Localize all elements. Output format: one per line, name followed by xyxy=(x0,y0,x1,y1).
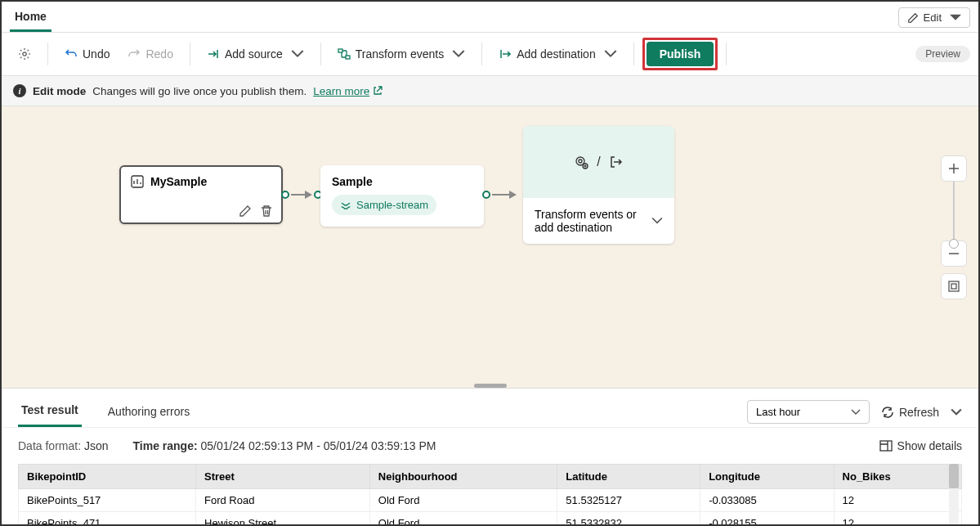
bottom-panel-tabs: Test result Authoring errors Last hour R… xyxy=(2,389,978,428)
table-header-cell[interactable]: BikepointID xyxy=(19,465,196,489)
stream-chip-label: Sample-stream xyxy=(356,199,428,211)
tab-test-result[interactable]: Test result xyxy=(18,397,82,427)
results-table: BikepointIDStreetNeighbourhoodLatitudeLo… xyxy=(18,464,962,526)
show-details-button[interactable]: Show details xyxy=(879,439,962,452)
canvas[interactable]: MySample Sample Sample-stream / Transfor… xyxy=(2,106,978,388)
zoom-controls xyxy=(941,155,967,299)
arrow-head-icon xyxy=(305,191,312,199)
resize-handle[interactable] xyxy=(474,384,507,388)
pencil-icon[interactable] xyxy=(239,205,252,218)
source-node[interactable]: MySample xyxy=(119,165,283,224)
destination-node[interactable]: / Transform events or add destination xyxy=(523,126,674,244)
svg-rect-9 xyxy=(880,441,892,451)
add-source-label: Add source xyxy=(225,47,283,61)
svg-point-5 xyxy=(579,160,582,163)
tab-home[interactable]: Home xyxy=(10,3,51,32)
table-cell: BikePoints_471 xyxy=(19,512,196,527)
add-source-icon xyxy=(207,47,220,61)
edit-mode-label: Edit mode xyxy=(33,85,86,97)
time-range-value: 05/01/24 02:59:13 PM - 05/01/24 03:59:13… xyxy=(201,439,436,452)
svg-rect-7 xyxy=(949,281,959,291)
settings-button[interactable] xyxy=(10,43,39,65)
chevron-down-icon xyxy=(291,47,304,61)
add-source-button[interactable]: Add source xyxy=(199,43,312,65)
export-icon xyxy=(609,155,624,169)
chevron-down-icon xyxy=(851,409,861,416)
external-link-icon xyxy=(373,86,383,96)
refresh-button[interactable]: Refresh xyxy=(881,406,939,419)
time-range-select-label: Last hour xyxy=(756,406,800,418)
edit-button[interactable]: Edit xyxy=(898,7,970,28)
show-details-label: Show details xyxy=(897,439,962,452)
learn-more-link[interactable]: Learn more xyxy=(313,85,383,97)
chevron-down-icon xyxy=(604,47,617,61)
separator xyxy=(190,43,190,65)
connector xyxy=(291,194,306,196)
table-cell: -0.028155 xyxy=(700,512,834,527)
table-row[interactable]: BikePoints_517Ford RoadOld Ford51.532512… xyxy=(19,489,962,512)
table-cell: BikePoints_517 xyxy=(19,489,196,512)
chevron-down-icon[interactable] xyxy=(651,215,663,227)
stream-node[interactable]: Sample Sample-stream xyxy=(320,165,484,227)
toolbar: Undo Redo Add source Transform events Ad… xyxy=(2,33,978,76)
table-header-row: BikepointIDStreetNeighbourhoodLatitudeLo… xyxy=(19,465,962,489)
time-range-label: Time range: xyxy=(133,439,198,452)
table-header-cell[interactable]: Neighbourhood xyxy=(369,465,557,489)
preview-pill: Preview xyxy=(915,46,970,62)
zoom-in-button[interactable] xyxy=(941,155,967,182)
redo-icon xyxy=(128,47,141,61)
table-row[interactable]: BikePoints_471Hewison StreetOld Ford51.5… xyxy=(19,512,962,527)
data-format-value: Json xyxy=(84,439,109,452)
edit-button-label: Edit xyxy=(924,11,942,24)
learn-more-label: Learn more xyxy=(313,85,369,97)
tab-authoring-errors[interactable]: Authoring errors xyxy=(105,398,193,426)
table-header-cell[interactable]: Latitude xyxy=(557,465,700,489)
transform-icon xyxy=(338,47,351,61)
table-cell: Ford Road xyxy=(196,489,370,512)
details-icon xyxy=(879,440,893,452)
table-cell: 51.5325127 xyxy=(557,489,700,512)
undo-label: Undo xyxy=(83,47,110,61)
fit-screen-button[interactable] xyxy=(941,273,967,299)
plus-icon xyxy=(948,163,960,174)
data-format-label: Data format: xyxy=(18,439,81,452)
add-destination-button[interactable]: Add destination xyxy=(490,43,625,65)
table-wrap: BikepointIDStreetNeighbourhoodLatitudeLo… xyxy=(2,464,978,526)
info-bar: i Edit mode Changes will go live once yo… xyxy=(2,76,978,106)
undo-button[interactable]: Undo xyxy=(56,43,118,65)
separator xyxy=(47,43,48,65)
info-icon: i xyxy=(13,84,26,97)
table-cell: Hewison Street xyxy=(196,512,370,527)
table-header-cell[interactable]: Longitude xyxy=(700,465,834,489)
fit-icon xyxy=(948,281,960,292)
pencil-icon xyxy=(907,12,919,24)
tab-row: Home Edit xyxy=(2,2,978,33)
table-header-cell[interactable]: No_Bikes xyxy=(834,465,961,489)
table-header-cell[interactable]: Street xyxy=(196,465,370,489)
table-cell: 12 xyxy=(834,489,961,512)
arrow-head-icon xyxy=(509,191,517,199)
svg-rect-1 xyxy=(338,49,342,52)
redo-label: Redo xyxy=(145,47,172,61)
table-cell: 12 xyxy=(834,512,961,527)
scrollbar-track[interactable] xyxy=(949,464,959,526)
bottom-panel-meta: Data format: Json Time range: 05/01/24 0… xyxy=(2,428,978,464)
table-cell: -0.033085 xyxy=(700,489,834,512)
transform-events-button[interactable]: Transform events xyxy=(329,43,473,65)
port-out[interactable] xyxy=(482,191,490,199)
table-cell: Old Ford xyxy=(369,512,557,527)
stream-node-title: Sample xyxy=(332,175,472,188)
chevron-down-icon[interactable] xyxy=(951,408,962,416)
refresh-label: Refresh xyxy=(899,406,939,419)
zoom-handle[interactable] xyxy=(949,239,959,249)
svg-rect-2 xyxy=(346,56,350,59)
publish-button[interactable]: Publish xyxy=(647,42,714,66)
zoom-track[interactable] xyxy=(953,182,955,241)
time-range-select[interactable]: Last hour xyxy=(747,400,870,424)
port-out[interactable] xyxy=(281,191,289,199)
trash-icon[interactable] xyxy=(260,205,273,218)
stream-chip[interactable]: Sample-stream xyxy=(332,195,436,215)
redo-button: Redo xyxy=(119,43,181,65)
scrollbar-thumb[interactable] xyxy=(949,464,959,488)
bottom-panel: Test result Authoring errors Last hour R… xyxy=(2,388,978,526)
